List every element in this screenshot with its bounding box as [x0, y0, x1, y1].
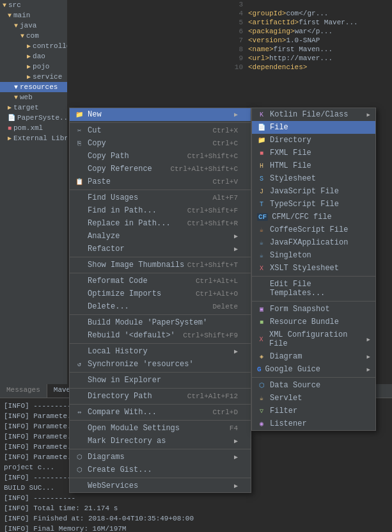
submenu-label: Listener [270, 419, 307, 428]
menu-item-compare-with[interactable]: ⇔ Compare With... Ctrl+D [70, 406, 251, 419]
menu-label: Cut [88, 126, 102, 135]
tree-item-resources[interactable]: ▼ resources [0, 82, 67, 92]
menu-label: Local History [88, 347, 148, 356]
blank-icon [75, 277, 84, 286]
submenu-item-data-source[interactable]: ⬡ Data Source [252, 379, 375, 392]
menu-item-diagrams[interactable]: ⬡ Diagrams ▶ [70, 451, 251, 463]
submenu-item-javafx[interactable]: ☕ JavaFXApplication [252, 236, 375, 249]
menu-item-rebuild[interactable]: Rebuild '<default>' Ctrl+Shift+F9 [70, 329, 251, 342]
menu-label: Mark Directory as [88, 437, 166, 446]
menu-item-find-usages[interactable]: Find Usages Alt+F7 [70, 191, 251, 204]
menu-item-directory-path[interactable]: Directory Path Ctrl+Alt+F12 [70, 390, 251, 403]
tree-item-target[interactable]: ▶ target [0, 102, 67, 113]
submenu-item-fxml[interactable]: ■ FXML File [252, 147, 375, 159]
menu-item-create-gist[interactable]: ⬡ Create Gist... [70, 463, 251, 476]
file-icon: 📄 [8, 114, 15, 122]
menu-item-reformat-code[interactable]: Reformat Code Ctrl+Alt+L [70, 275, 251, 287]
kotlin-icon: K [257, 110, 266, 119]
submenu-item-stylesheet[interactable]: S Stylesheet [252, 172, 375, 185]
submenu-item-resource-bundle[interactable]: ■ Resource Bundle [252, 316, 375, 328]
data-source-icon: ⬡ [257, 381, 266, 390]
submenu-arrow: ▶ [367, 111, 370, 118]
menu-item-copy-path[interactable]: Copy Path Ctrl+Shift+C [70, 150, 251, 163]
menu-item-paste[interactable]: 📋 Paste Ctrl+V [70, 175, 251, 188]
folder-label: web [20, 93, 33, 101]
menu-label: Find Usages [88, 193, 138, 202]
tree-item-pomxml[interactable]: ■ pom.xml [0, 123, 67, 133]
tree-item-src[interactable]: ▼ src [0, 0, 67, 10]
tree-item-externallibra[interactable]: ▶ External Libra... [0, 133, 67, 143]
submenu-item-listener[interactable]: ◉ Listener [252, 417, 375, 430]
submenu-item-coffeescript[interactable]: ☕ CoffeeScript File [252, 223, 375, 236]
submenu-item-singleton[interactable]: ☕ Singleton [252, 249, 375, 262]
menu-item-mark-directory[interactable]: Mark Directory as ▶ [70, 435, 251, 447]
submenu-item-typescript[interactable]: T TypeScript File [252, 198, 375, 211]
menu-item-build-module[interactable]: Build Module 'PaperSystem' [70, 316, 251, 329]
menu-item-delete[interactable]: Delete... Delete [70, 300, 251, 313]
menu-item-new[interactable]: 📁 New ▶ [70, 108, 251, 121]
menu-item-webservices[interactable]: WebServices ▶ [70, 480, 251, 492]
submenu-item-servlet[interactable]: ☕ Servlet [252, 392, 375, 405]
copy-icon: ⎘ [75, 139, 84, 148]
menu-label: Copy Path [88, 152, 129, 161]
menu-item-copy[interactable]: ⎘ Copy Ctrl+C [70, 137, 251, 150]
menu-item-open-module-settings[interactable]: Open Module Settings F4 [70, 422, 251, 435]
menu-item-optimize-imports[interactable]: Optimize Imports Ctrl+Alt+O [70, 287, 251, 300]
resource-icon: ■ [257, 318, 266, 326]
shortcut: Alt+F7 [212, 194, 238, 202]
submenu-item-cfml[interactable]: CF CFML/CFC file [252, 211, 375, 223]
shortcut: F4 [230, 424, 238, 432]
submenu-item-xml-config[interactable]: X XML Configuration File ▶ [252, 328, 375, 350]
submenu-arrow: ▶ [367, 336, 370, 343]
xml-icon: X [257, 335, 265, 344]
submenu-item-filter[interactable]: ▽ Filter [252, 405, 375, 417]
submenu-item-html[interactable]: H HTML File [252, 159, 375, 172]
menu-item-cut[interactable]: ✂ Cut Ctrl+X [70, 124, 251, 137]
menu-item-show-image-thumbnails[interactable]: Show Image Thumbnails Ctrl+Shift+T [70, 259, 251, 271]
tab-messages[interactable]: Messages [0, 384, 47, 398]
expand-icon: ▼ [14, 94, 18, 101]
menu-item-copy-reference[interactable]: Copy Reference Ctrl+Alt+Shift+C [70, 163, 251, 175]
tree-item-web[interactable]: ▼ web [0, 92, 67, 102]
submenu-item-form-snapshot[interactable]: ▣ Form Snapshot [252, 303, 375, 316]
blank-icon [75, 152, 84, 161]
submenu-label: Resource Bundle [270, 318, 339, 326]
menu-item-find-in-path[interactable]: Find in Path... Ctrl+Shift+F [70, 204, 251, 217]
submenu-label: Data Source [270, 381, 320, 390]
menu-label: WebServices [88, 481, 138, 490]
submenu-item-file[interactable]: 📄 File [252, 121, 375, 134]
tree-item-papersystem[interactable]: 📄 PaperSyste... [0, 113, 67, 123]
folder-label: resources [20, 83, 58, 91]
submenu-item-google-guice[interactable]: G Google Guice ▶ [252, 363, 375, 376]
separator [252, 377, 375, 378]
code-line-8: 8 <name>first Maven... [230, 45, 392, 54]
separator [70, 273, 251, 273]
blank-icon [75, 165, 84, 173]
menu-item-show-in-explorer[interactable]: Show in Explorer [70, 374, 251, 387]
shortcut: Ctrl+Alt+F12 [187, 392, 238, 400]
tree-item-pojo[interactable]: ▶ pojo [0, 61, 67, 72]
menu-item-replace-in-path[interactable]: Replace in Path... Ctrl+Shift+R [70, 217, 251, 230]
submenu-item-edit-templates[interactable]: Edit File Templates... [252, 278, 375, 300]
tree-item-controller[interactable]: ▶ controller [0, 41, 67, 51]
tree-item-java[interactable]: ▼ java [0, 20, 67, 31]
submenu-item-diagram[interactable]: ◈ Diagram ▶ [252, 350, 375, 363]
menu-item-analyze[interactable]: Analyze ▶ [70, 230, 251, 243]
menu-label: Show Image Thumbnails [88, 261, 184, 270]
submenu-item-directory[interactable]: 📁 Directory [252, 134, 375, 147]
tree-item-dao[interactable]: ▶ dao [0, 51, 67, 61]
tree-item-main[interactable]: ▼ main [0, 10, 67, 20]
submenu-label: Filter [270, 407, 297, 415]
submenu-item-xslt[interactable]: X XSLT Stylesheet [252, 262, 375, 275]
menu-item-local-history[interactable]: Local History ▶ [70, 345, 251, 358]
submenu-label: JavaScript File [270, 187, 339, 196]
menu-item-refactor[interactable]: Refactor ▶ [70, 243, 251, 255]
tree-item-com[interactable]: ▼ com [0, 31, 67, 41]
tree-item-service[interactable]: ▶ service [0, 72, 67, 82]
file-icon: 📄 [257, 123, 266, 132]
menu-item-synchronize[interactable]: ↺ Synchronize 'resources' [70, 358, 251, 371]
folder-icon: ▶ [27, 52, 31, 60]
submenu-item-javascript[interactable]: J JavaScript File [252, 185, 375, 198]
gist-icon: ⬡ [75, 465, 84, 474]
submenu-item-kotlin[interactable]: K Kotlin File/Class ▶ [252, 108, 375, 121]
